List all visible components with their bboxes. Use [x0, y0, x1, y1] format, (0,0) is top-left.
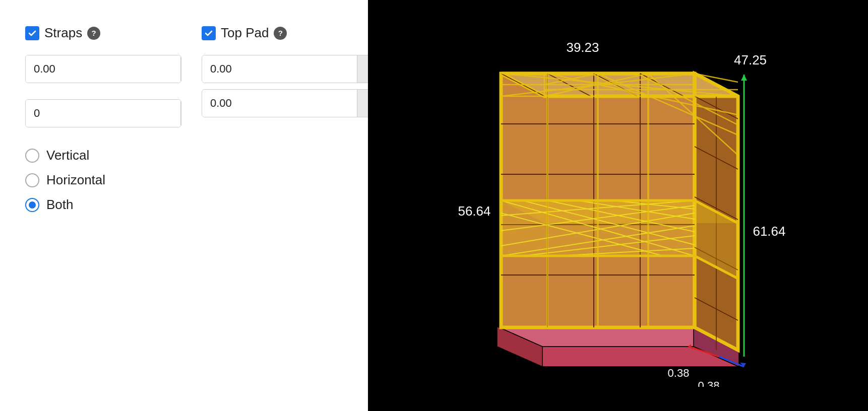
radio-both-circle: [25, 198, 39, 212]
toppad-label: Top Pad: [221, 25, 269, 41]
toppad-value2-input[interactable]: [202, 90, 357, 117]
dim-top-width: 39.23: [566, 40, 599, 55]
dim-right-height: 61.64: [753, 224, 785, 239]
radio-horizontal-label: Horizontal: [46, 172, 105, 188]
toppad-checkbox[interactable]: [202, 26, 216, 40]
left-panel: Straps ? in EA Vertical: [0, 0, 368, 411]
dim-bottom-y: 0.38: [698, 379, 720, 387]
radio-horizontal[interactable]: Horizontal: [25, 172, 181, 188]
radio-vertical-label: Vertical: [46, 148, 89, 163]
straps-unit: in: [180, 55, 181, 83]
main-columns: Straps ? in EA Vertical: [25, 25, 343, 213]
straps-header-row: Straps ?: [25, 25, 181, 41]
straps-label: Straps: [44, 25, 82, 41]
dim-left-height: 56.64: [458, 203, 490, 219]
dim-top-depth: 47.25: [734, 52, 767, 67]
straps-qty-unit: EA: [180, 100, 181, 127]
straps-value-input[interactable]: [26, 55, 180, 83]
toppad-column: Top Pad ? in in: [202, 25, 393, 213]
toppad-help-icon[interactable]: ?: [274, 27, 287, 40]
viz-container: 39.23 47.25 56.64 61.64 0.38 0.38: [447, 24, 789, 387]
radio-vertical-circle: [25, 149, 39, 163]
radio-both[interactable]: Both: [25, 197, 181, 213]
straps-checkbox[interactable]: [25, 26, 39, 40]
svg-marker-68: [741, 75, 747, 81]
toppad-value2-input-group: in: [202, 89, 393, 117]
radio-vertical[interactable]: Vertical: [25, 148, 181, 163]
radio-horizontal-circle: [25, 173, 39, 187]
straps-qty-group: EA: [25, 99, 181, 127]
toppad-header-row: Top Pad ?: [202, 25, 393, 41]
orientation-radio-group: Vertical Horizontal Both: [25, 148, 181, 213]
pallet-visualization: 39.23 47.25 56.64 61.64 0.38 0.38: [447, 24, 789, 387]
straps-qty-input[interactable]: [26, 100, 180, 127]
right-panel: 39.23 47.25 56.64 61.64 0.38 0.38: [368, 0, 868, 411]
dim-bottom-x: 0.38: [668, 367, 690, 379]
toppad-value1-input-group: in: [202, 55, 393, 83]
straps-column: Straps ? in EA Vertical: [25, 25, 181, 213]
straps-value-input-group: in: [25, 55, 181, 83]
radio-both-label: Both: [46, 197, 74, 213]
toppad-value1-input[interactable]: [202, 55, 357, 83]
straps-help-icon[interactable]: ?: [87, 27, 100, 40]
